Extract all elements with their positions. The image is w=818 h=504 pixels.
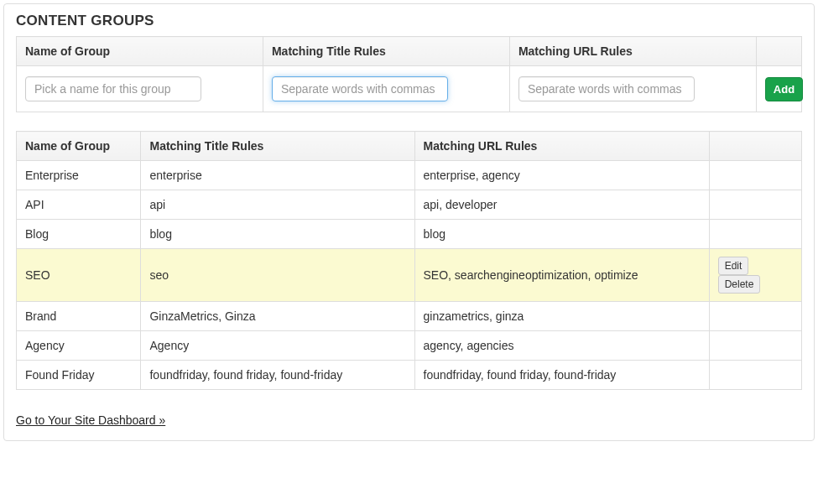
form-header-actions	[756, 37, 801, 66]
url-rules-input[interactable]	[518, 76, 695, 101]
cell-actions	[709, 361, 801, 390]
cell-actions	[709, 331, 801, 361]
cell-name: Blog	[17, 220, 141, 249]
table-row: Found Fridayfoundfriday, found friday, f…	[17, 361, 802, 390]
cell-actions	[709, 302, 801, 331]
edit-button[interactable]: Edit	[718, 257, 749, 275]
cell-title-rules: Agency	[141, 331, 414, 361]
cell-url-rules: ginzametrics, ginza	[414, 302, 709, 331]
cell-name: API	[17, 190, 141, 220]
col-header-actions	[709, 132, 801, 161]
cell-url-rules: agency, agencies	[414, 331, 709, 361]
table-row: APIapiapi, developer	[17, 190, 802, 220]
cell-url-rules: blog	[414, 220, 709, 249]
cell-url-rules: api, developer	[414, 190, 709, 220]
title-rules-input[interactable]	[272, 76, 448, 101]
delete-button[interactable]: Delete	[718, 275, 761, 294]
cell-url-rules: foundfriday, found friday, found-friday	[414, 361, 709, 390]
col-header-name: Name of Group	[17, 132, 141, 161]
cell-title-rules: api	[141, 190, 414, 220]
cell-title-rules: enterprise	[141, 161, 414, 190]
form-header-name: Name of Group	[17, 37, 263, 66]
cell-title-rules: GinzaMetrics, Ginza	[141, 302, 414, 331]
panel-title: CONTENT GROUPS	[16, 13, 802, 29]
dashboard-link[interactable]: Go to Your Site Dashboard »	[16, 413, 165, 427]
table-row: SEOseoSEO, searchengineoptimization, opt…	[17, 249, 802, 302]
cell-actions: EditDelete	[709, 249, 801, 302]
col-header-url: Matching URL Rules	[414, 132, 709, 161]
new-group-form-table: Name of Group Matching Title Rules Match…	[16, 36, 802, 112]
cell-name: Enterprise	[17, 161, 141, 190]
cell-name: Found Friday	[17, 361, 141, 390]
cell-name: SEO	[17, 249, 141, 302]
cell-actions	[709, 190, 801, 220]
groups-table: Name of Group Matching Title Rules Match…	[16, 131, 802, 390]
form-header-url: Matching URL Rules	[509, 37, 756, 66]
cell-title-rules: blog	[141, 220, 414, 249]
cell-actions	[709, 161, 801, 190]
cell-url-rules: SEO, searchengineoptimization, optimize	[414, 249, 709, 302]
cell-title-rules: seo	[141, 249, 414, 302]
table-row: AgencyAgencyagency, agencies	[17, 331, 802, 361]
form-header-title: Matching Title Rules	[263, 37, 509, 66]
cell-actions	[709, 220, 801, 249]
cell-name: Brand	[17, 302, 141, 331]
table-row: Blogblogblog	[17, 220, 802, 249]
group-name-input[interactable]	[25, 76, 201, 101]
col-header-title: Matching Title Rules	[141, 132, 414, 161]
cell-title-rules: foundfriday, found friday, found-friday	[141, 361, 414, 390]
table-row: Enterpriseenterpriseenterprise, agency	[17, 161, 802, 190]
table-row: BrandGinzaMetrics, Ginzaginzametrics, gi…	[17, 302, 802, 331]
cell-url-rules: enterprise, agency	[414, 161, 709, 190]
content-groups-panel: CONTENT GROUPS Name of Group Matching Ti…	[3, 3, 815, 441]
add-button[interactable]: Add	[765, 77, 803, 101]
cell-name: Agency	[17, 331, 141, 361]
